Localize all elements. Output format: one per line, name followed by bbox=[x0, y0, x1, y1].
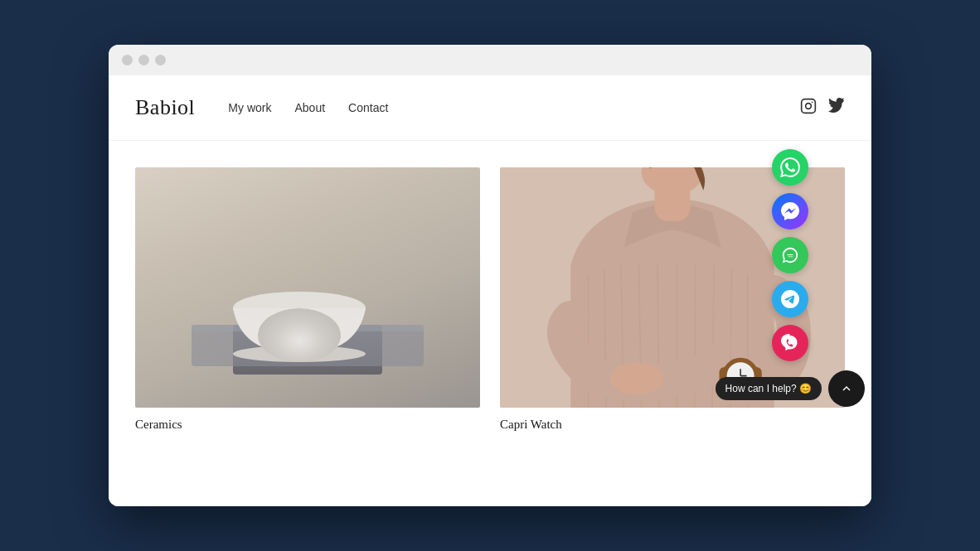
site-logo: Babiol bbox=[135, 95, 195, 120]
browser-titlebar bbox=[109, 45, 871, 75]
imessage-button[interactable] bbox=[772, 237, 808, 273]
svg-point-1 bbox=[806, 103, 812, 109]
ceramics-image bbox=[135, 167, 480, 408]
svg-point-2 bbox=[812, 101, 813, 103]
watch-title: Capri Watch bbox=[500, 418, 845, 432]
chat-widget: How can I help? 😊 bbox=[716, 149, 865, 407]
website-content: Babiol My work About Contact bbox=[109, 75, 871, 506]
portfolio-item-ceramics[interactable]: Ceramics bbox=[135, 167, 480, 432]
svg-point-6 bbox=[233, 346, 366, 362]
svg-rect-0 bbox=[802, 99, 816, 113]
traffic-light-maximize[interactable] bbox=[155, 55, 166, 65]
viber-button[interactable] bbox=[772, 325, 808, 361]
chat-help-text: How can I help? 😊 bbox=[716, 377, 822, 400]
telegram-button[interactable] bbox=[772, 281, 808, 317]
ceramics-title: Ceramics bbox=[135, 418, 480, 432]
svg-rect-4 bbox=[192, 325, 424, 331]
traffic-light-close[interactable] bbox=[122, 55, 133, 65]
nav-social-icons bbox=[800, 98, 845, 118]
nav-link-mywork[interactable]: My work bbox=[228, 101, 271, 114]
traffic-light-minimize[interactable] bbox=[138, 55, 149, 65]
whatsapp-button[interactable] bbox=[772, 149, 808, 186]
nav-link-contact[interactable]: Contact bbox=[348, 101, 388, 114]
twitter-icon[interactable] bbox=[828, 98, 845, 118]
nav-link-about[interactable]: About bbox=[294, 101, 325, 114]
browser-window: Babiol My work About Contact bbox=[109, 45, 871, 506]
instagram-icon[interactable] bbox=[800, 98, 817, 118]
svg-point-15 bbox=[610, 363, 663, 394]
chat-toggle-button[interactable] bbox=[828, 370, 865, 407]
svg-point-7 bbox=[233, 292, 366, 325]
nav-links: My work About Contact bbox=[228, 101, 800, 114]
navigation: Babiol My work About Contact bbox=[109, 75, 871, 141]
messenger-button[interactable] bbox=[772, 193, 808, 230]
